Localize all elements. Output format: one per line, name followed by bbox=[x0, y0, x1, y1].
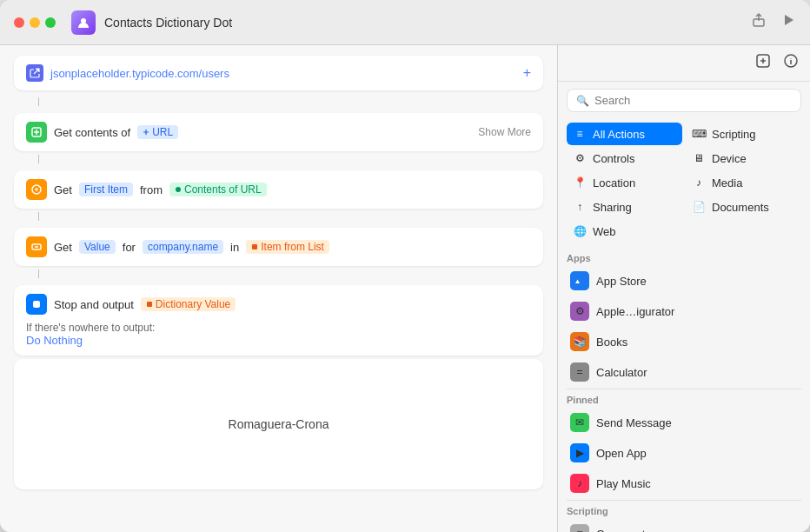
all-actions-icon: ≡ bbox=[572, 126, 588, 142]
apple-configurator-icon: ⚙ bbox=[570, 302, 589, 321]
search-icon: 🔍 bbox=[576, 95, 589, 107]
sharing-icon: ↑ bbox=[572, 199, 588, 215]
titlebar-actions bbox=[751, 12, 796, 32]
get-contents-card: Get contents of URL Show More bbox=[14, 113, 543, 151]
url-text: jsonplaceholder.typicode.com/users bbox=[50, 67, 516, 80]
app-icon bbox=[71, 10, 96, 35]
search-bar[interactable]: 🔍 bbox=[567, 89, 801, 112]
list-item-books[interactable]: 📚 Books bbox=[561, 327, 807, 356]
add-action-button[interactable] bbox=[754, 52, 772, 74]
stop-output-card: Stop and output Dictionary Value If ther… bbox=[14, 285, 543, 356]
window-title: Contacts Dictionary Dot bbox=[104, 16, 742, 30]
if-label: If there's nowhere to output: bbox=[26, 322, 155, 334]
scripting-label: Scripting bbox=[712, 128, 756, 141]
play-music-label: Play Music bbox=[596, 477, 651, 490]
svg-rect-7 bbox=[252, 244, 257, 249]
category-documents[interactable]: 📄 Documents bbox=[686, 196, 801, 218]
sharing-label: Sharing bbox=[593, 201, 632, 214]
action-list: Apps App Store ⚙ Apple…igurator 📚 Books … bbox=[558, 249, 810, 532]
svg-rect-9 bbox=[147, 302, 152, 307]
export-button[interactable] bbox=[751, 12, 767, 32]
category-controls[interactable]: ⚙ Controls bbox=[567, 147, 682, 170]
run-button[interactable] bbox=[780, 12, 796, 32]
category-scripting[interactable]: ⌨ Scripting bbox=[686, 123, 801, 145]
from-label: from bbox=[140, 183, 163, 196]
controls-icon: ⚙ bbox=[572, 150, 588, 166]
scripting-section-label: Scripting bbox=[558, 502, 810, 518]
media-label: Media bbox=[712, 176, 742, 190]
category-sharing[interactable]: ↑ Sharing bbox=[567, 196, 682, 218]
documents-label: Documents bbox=[712, 201, 769, 214]
get-first-item-card: Get First Item from Contents of URL bbox=[14, 170, 543, 209]
connector-2 bbox=[38, 155, 39, 163]
list-item-play-music[interactable]: ♪ Play Music bbox=[561, 469, 807, 498]
category-all-actions[interactable]: ≡ All Actions bbox=[567, 123, 682, 145]
open-app-label: Open App bbox=[596, 447, 647, 460]
search-input[interactable] bbox=[594, 94, 792, 107]
stop-label: Stop and output bbox=[54, 298, 134, 311]
app-window: Contacts Dictionary Dot bbox=[0, 0, 810, 532]
get-contents-label: Get contents of bbox=[54, 126, 130, 139]
categories-grid: ≡ All Actions ⌨ Scripting ⚙ Controls 🖥 D… bbox=[558, 119, 810, 249]
app-store-icon bbox=[570, 271, 589, 290]
main-content: jsonplaceholder.typicode.com/users + Get… bbox=[0, 45, 810, 532]
list-item-calculator[interactable]: = Calculator bbox=[561, 357, 807, 387]
connector-1 bbox=[38, 97, 39, 106]
company-name-token: company.name bbox=[143, 240, 223, 254]
list-item-comment[interactable]: ≡ Comment bbox=[561, 519, 807, 532]
list-item-open-app[interactable]: ▶ Open App bbox=[561, 438, 807, 468]
stop-footer: If there's nowhere to output: Do Nothing bbox=[26, 322, 531, 347]
maximize-button[interactable] bbox=[45, 17, 56, 28]
app-store-label: App Store bbox=[596, 275, 647, 288]
pinned-section-label: Pinned bbox=[558, 391, 810, 407]
books-icon: 📚 bbox=[570, 332, 589, 351]
minimize-button[interactable] bbox=[30, 17, 40, 28]
list-item-app-store[interactable]: App Store bbox=[561, 266, 807, 296]
connector-4 bbox=[38, 269, 39, 278]
url-token: URL bbox=[137, 125, 178, 139]
left-panel: jsonplaceholder.typicode.com/users + Get… bbox=[0, 45, 558, 532]
divider-2 bbox=[567, 500, 801, 501]
right-header bbox=[558, 45, 810, 82]
svg-point-5 bbox=[176, 187, 181, 192]
send-message-label: Send Message bbox=[596, 416, 672, 429]
get-label: Get bbox=[54, 183, 72, 196]
connector-3 bbox=[38, 212, 39, 221]
list-item-send-message[interactable]: ✉ Send Message bbox=[561, 408, 807, 437]
get-value-card: Get Value for company.name in Item from … bbox=[14, 228, 543, 266]
books-label: Books bbox=[596, 336, 627, 349]
close-button[interactable] bbox=[14, 17, 24, 28]
for-label: for bbox=[123, 241, 136, 254]
svg-marker-2 bbox=[785, 15, 793, 25]
category-media[interactable]: ♪ Media bbox=[686, 171, 801, 194]
traffic-lights bbox=[14, 17, 56, 28]
calculator-label: Calculator bbox=[596, 366, 647, 379]
comment-icon: ≡ bbox=[570, 524, 589, 532]
value-token: Value bbox=[79, 240, 116, 254]
dict-value-token: Dictionary Value bbox=[141, 297, 236, 311]
scripting-icon: ⌨ bbox=[691, 126, 707, 142]
category-web[interactable]: 🌐 Web bbox=[567, 220, 682, 243]
contents-url-token: Contents of URL bbox=[169, 183, 267, 196]
device-icon: 🖥 bbox=[691, 150, 707, 166]
info-button[interactable] bbox=[782, 52, 800, 74]
category-location[interactable]: 📍 Location bbox=[567, 171, 682, 194]
send-message-icon: ✉ bbox=[570, 413, 589, 432]
item-from-list-token: Item from List bbox=[246, 240, 329, 254]
url-bar[interactable]: jsonplaceholder.typicode.com/users + bbox=[14, 56, 543, 90]
open-app-icon: ▶ bbox=[570, 443, 589, 462]
list-item-apple-configurator[interactable]: ⚙ Apple…igurator bbox=[561, 296, 807, 326]
category-device[interactable]: 🖥 Device bbox=[686, 147, 801, 170]
show-more-button[interactable]: Show More bbox=[478, 126, 531, 138]
do-nothing-button[interactable]: Do Nothing bbox=[26, 334, 83, 347]
get-contents-icon bbox=[26, 122, 47, 143]
device-label: Device bbox=[712, 152, 747, 165]
svg-rect-8 bbox=[33, 301, 40, 308]
first-item-token: First Item bbox=[79, 183, 133, 196]
get-first-item-icon bbox=[26, 179, 47, 200]
url-add-button[interactable]: + bbox=[523, 65, 531, 81]
apps-section-label: Apps bbox=[558, 249, 810, 265]
url-icon bbox=[26, 64, 43, 82]
stop-icon bbox=[26, 294, 47, 315]
get-label2: Get bbox=[54, 241, 72, 254]
